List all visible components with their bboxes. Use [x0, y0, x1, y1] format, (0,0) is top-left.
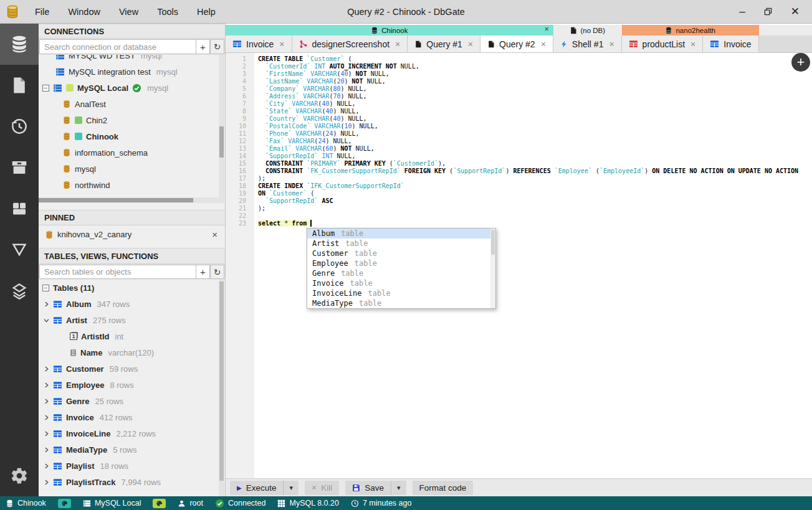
table-item-customer[interactable]: Customer59 rows [39, 361, 225, 377]
connection-item-information-schema[interactable]: information_schema [39, 144, 225, 161]
tab-query-2[interactable]: Query #2× [480, 35, 553, 52]
refresh-tables-button[interactable]: ↻ [210, 265, 224, 279]
status-mysql-8-0-20[interactable]: MySQL 8.0.20 [277, 499, 338, 508]
tab-designerscreenshot[interactable]: designerScreenshot× [292, 35, 408, 52]
column-item-name[interactable]: Namevarchar(120) [39, 344, 225, 361]
format-code-button[interactable]: Format code [413, 481, 474, 495]
connection-item-northwind[interactable]: northwind [39, 177, 225, 193]
status-root[interactable]: root [178, 499, 203, 508]
chevron-right-icon[interactable] [44, 382, 49, 388]
activity-archive-button[interactable] [0, 147, 39, 188]
connections-horizontal-scrollbar[interactable] [39, 197, 220, 203]
new-tab-button[interactable]: + [791, 53, 810, 72]
execute-dropdown-button[interactable]: ▾ [283, 481, 299, 495]
autocomplete-item-employee[interactable]: Employeetable [307, 258, 495, 268]
close-tab-icon[interactable]: × [690, 39, 695, 49]
refresh-connections-button[interactable]: ↻ [210, 39, 224, 54]
tab-group-header-no-db[interactable]: (no DB) [553, 25, 622, 35]
connections-scrollbar[interactable] [219, 55, 224, 203]
add-connection-button[interactable]: + [196, 39, 210, 54]
close-tab-icon[interactable]: × [468, 39, 473, 49]
chevron-right-icon[interactable] [44, 447, 49, 453]
menu-window[interactable]: Window [60, 4, 108, 19]
table-item-playlist[interactable]: Playlist18 rows [39, 458, 225, 474]
status-connected[interactable]: Connected [215, 499, 265, 508]
save-dropdown-button[interactable]: ▾ [391, 481, 406, 495]
activity-plugins-button[interactable] [0, 188, 39, 229]
tables-search-input[interactable] [39, 265, 196, 279]
minimize-button[interactable]: – [739, 6, 745, 17]
menu-file[interactable]: File [27, 4, 57, 19]
chevron-right-icon[interactable] [44, 301, 49, 307]
connection-item-analtest[interactable]: AnalTest [39, 96, 225, 112]
close-button[interactable]: ✕ [791, 6, 800, 17]
close-tab-icon[interactable]: × [395, 39, 400, 49]
menu-help[interactable]: Help [189, 4, 224, 19]
close-tab-icon[interactable]: × [609, 39, 614, 49]
status-color-chip[interactable] [58, 499, 71, 508]
autocomplete-item-invoiceline[interactable]: InvoiceLinetable [307, 288, 495, 298]
add-table-button[interactable]: + [196, 265, 210, 279]
close-tab-icon[interactable]: × [279, 39, 284, 49]
connection-item-chin2[interactable]: Chin2 [39, 112, 225, 128]
execute-button[interactable]: ▶ Execute [230, 481, 283, 495]
autocomplete-item-customer[interactable]: Customertable [307, 248, 495, 258]
menu-view[interactable]: View [111, 4, 146, 19]
autocomplete-item-invoice[interactable]: Invoicetable [307, 278, 495, 288]
unpin-icon[interactable]: × [212, 229, 225, 240]
chevron-right-icon[interactable] [44, 463, 49, 469]
connection-item-mysql[interactable]: mysql [39, 161, 225, 177]
kill-button[interactable]: × Kill [305, 481, 339, 495]
chevron-right-icon[interactable] [44, 415, 49, 420]
autocomplete-scrollbar[interactable] [490, 229, 495, 308]
autocomplete-item-mediatype[interactable]: MediaTypetable [307, 298, 495, 308]
column-item-artistid[interactable]: 1ArtistIdint [39, 328, 225, 344]
close-tab-icon[interactable]: × [541, 39, 546, 49]
autocomplete-item-album[interactable]: Albumtable [307, 229, 495, 238]
tab-group-header-chinook[interactable]: Chinook× [226, 25, 553, 35]
close-group-icon[interactable]: × [545, 25, 549, 34]
connection-item-mysql-wd-test[interactable]: MYSQL WD TESTmysql [39, 55, 225, 64]
table-item-invoiceline[interactable]: InvoiceLine2,212 rows [39, 425, 225, 442]
activity-settings-button[interactable] [0, 455, 39, 496]
activity-filter-button[interactable] [0, 229, 39, 270]
tab-query-1[interactable]: Query #1× [408, 35, 480, 52]
chevron-down-icon[interactable] [44, 318, 49, 323]
autocomplete-item-artist[interactable]: Artisttable [307, 238, 495, 248]
activity-cells-button[interactable] [0, 270, 39, 311]
tab-invoice[interactable]: Invoice [703, 35, 758, 52]
chevron-right-icon[interactable] [44, 366, 49, 372]
activity-files-button[interactable] [0, 65, 39, 106]
connection-item-mysql-local[interactable]: −MySQL Localmysql [39, 80, 225, 96]
chevron-right-icon[interactable] [44, 399, 49, 404]
activity-database-button[interactable] [0, 24, 39, 65]
status-color-chip[interactable] [153, 499, 166, 508]
autocomplete-item-genre[interactable]: Genretable [307, 268, 495, 278]
restore-button[interactable] [764, 7, 772, 16]
connection-item-chinook[interactable]: Chinook [39, 128, 225, 144]
tables-group-row[interactable]: −Tables (11) [39, 280, 225, 296]
status-7-minutes-ago[interactable]: 7 minutes ago [351, 499, 412, 508]
tab-invoice[interactable]: Invoice× [226, 35, 292, 52]
table-item-playlisttrack[interactable]: PlaylistTrack7,994 rows [39, 474, 225, 490]
table-item-artist[interactable]: Artist275 rows [39, 312, 225, 328]
tab-productlist[interactable]: productList× [622, 35, 704, 52]
collapse-icon[interactable]: − [42, 85, 49, 92]
pinned-item-knihovna-v2-canary[interactable]: knihovna_v2_canary× [39, 225, 225, 243]
connections-search-input[interactable] [39, 39, 196, 54]
connection-item-mysql-integration-test[interactable]: MySQL integration testmysql [39, 64, 225, 80]
status-chinook[interactable]: Chinook [6, 499, 46, 508]
tables-scrollbar[interactable] [219, 280, 224, 496]
tab-group-header-nano2health[interactable]: nano2health [622, 25, 759, 35]
table-item-employee[interactable]: Employee8 rows [39, 377, 225, 393]
activity-history-button[interactable] [0, 106, 39, 147]
tab-group-header-blank[interactable] [759, 25, 812, 35]
save-button[interactable]: Save [345, 481, 391, 495]
table-item-album[interactable]: Album347 rows [39, 296, 225, 312]
menu-tools[interactable]: Tools [149, 4, 186, 19]
table-item-invoice[interactable]: Invoice412 rows [39, 409, 225, 425]
table-item-mediatype[interactable]: MediaType5 rows [39, 442, 225, 458]
table-item-genre[interactable]: Genre25 rows [39, 393, 225, 409]
chevron-right-icon[interactable] [44, 479, 49, 485]
status-mysql-local[interactable]: MySQL Local [83, 499, 141, 508]
